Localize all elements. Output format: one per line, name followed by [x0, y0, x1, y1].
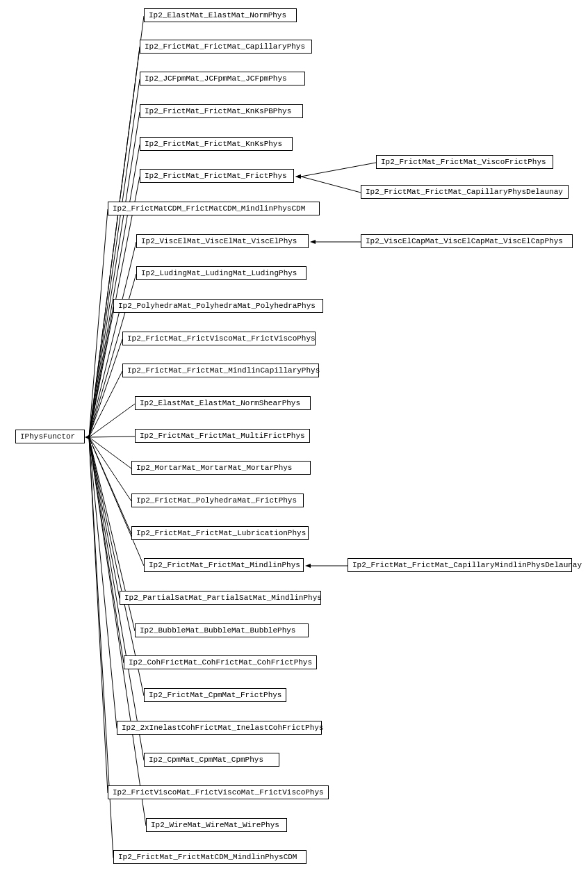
node-Ip2_WireMat_WireMat_WirePhys: Ip2_WireMat_WireMat_WirePhys — [146, 818, 287, 832]
svg-line-18 — [89, 437, 120, 598]
node-Ip2_FrictMat_FrictMat_FrictPhys: Ip2_FrictMat_FrictMat_FrictPhys — [140, 169, 294, 183]
svg-line-10 — [89, 339, 122, 437]
svg-line-24 — [89, 437, 108, 793]
node-Ip2_FrictMat_FrictMat_ViscoFrictPhys: Ip2_FrictMat_FrictMat_ViscoFrictPhys — [376, 155, 553, 169]
svg-line-22 — [89, 437, 117, 728]
svg-line-1 — [89, 47, 140, 437]
node-Ip2_CohFrictMat_CohFrictMat_CohFrictPhys: Ip2_CohFrictMat_CohFrictMat_CohFrictPhys — [124, 655, 317, 669]
svg-line-14 — [89, 437, 131, 468]
svg-line-30 — [301, 177, 361, 193]
svg-line-16 — [89, 437, 131, 534]
node-Ip2_FrictMat_FrictMatCDM_MindlinPhysCDM: Ip2_FrictMat_FrictMatCDM_MindlinPhysCDM — [113, 850, 307, 864]
node-Ip2_PartialSatMat_PartialSatMat_MindlinPhys: Ip2_PartialSatMat_PartialSatMat_MindlinP… — [120, 591, 321, 605]
node-Ip2_FrictMat_FrictMat_CapillaryPhys: Ip2_FrictMat_FrictMat_CapillaryPhys — [140, 40, 312, 54]
node-Ip2_FrictMat_FrictMat_MindlinPhys: Ip2_FrictMat_FrictMat_MindlinPhys — [144, 558, 304, 572]
svg-line-9 — [89, 307, 113, 437]
svg-marker-33 — [310, 240, 316, 244]
svg-line-15 — [89, 437, 131, 501]
node-Ip2_2xInelastCohFrictMat_InelastCohFrictPhys: Ip2_2xInelastCohFrictMat_InelastCohFrict… — [117, 721, 322, 735]
diagram-container: IPhysFunctorIp2_ElastMat_ElastMat_NormPh… — [0, 0, 588, 873]
svg-line-6 — [89, 209, 108, 437]
node-Ip2_LudingMat_LudingMat_LudingPhys: Ip2_LudingMat_LudingMat_LudingPhys — [136, 266, 307, 280]
node-Ip2_MortarMat_MortarMat_MortarPhys: Ip2_MortarMat_MortarMat_MortarPhys — [131, 461, 311, 475]
svg-marker-27 — [85, 434, 90, 440]
node-Ip2_FrictMat_CpmMat_FrictPhys: Ip2_FrictMat_CpmMat_FrictPhys — [144, 688, 286, 702]
node-Ip2_ElastMat_ElastMat_NormPhys: Ip2_ElastMat_ElastMat_NormPhys — [144, 8, 297, 22]
node-Ip2_FrictMat_FrictMat_KnKsPhys: Ip2_FrictMat_FrictMat_KnKsPhys — [140, 137, 293, 151]
node-Ip2_FrictMat_FrictViscoMat_FrictViscoPhys: Ip2_FrictMat_FrictViscoMat_FrictViscoPhy… — [122, 332, 316, 345]
node-Ip2_JCFpmMat_JCFpmMat_JCFpmPhys: Ip2_JCFpmMat_JCFpmMat_JCFpmPhys — [140, 72, 305, 85]
node-Ip2_BubbleMat_BubbleMat_BubblePhys: Ip2_BubbleMat_BubbleMat_BubblePhys — [135, 623, 309, 637]
svg-line-2 — [89, 79, 140, 437]
node-Ip2_FrictMatCDM_FrictMatCDM_MindlinPhysCDM: Ip2_FrictMatCDM_FrictMatCDM_MindlinPhysC… — [108, 202, 320, 215]
svg-marker-31 — [295, 174, 301, 179]
svg-line-13 — [89, 436, 135, 437]
node-Ip2_FrictMat_FrictMat_MultiFrictPhys: Ip2_FrictMat_FrictMat_MultiFrictPhys — [135, 429, 310, 443]
svg-marker-35 — [305, 564, 311, 568]
svg-line-28 — [301, 163, 376, 177]
node-Ip2_CpmMat_CpmMat_CpmPhys: Ip2_CpmMat_CpmMat_CpmPhys — [144, 753, 279, 767]
svg-line-4 — [89, 145, 140, 437]
node-Ip2_FrictMat_FrictMat_CapillaryPhysDelaunay: Ip2_FrictMat_FrictMat_CapillaryPhysDelau… — [361, 185, 569, 199]
node-Ip2_FrictMat_FrictMat_MindlinCapillaryPhys: Ip2_FrictMat_FrictMat_MindlinCapillaryPh… — [122, 364, 319, 377]
svg-line-20 — [89, 437, 124, 663]
node-IPhysFunctor: IPhysFunctor — [15, 430, 85, 443]
svg-line-11 — [89, 371, 122, 437]
svg-line-3 — [89, 112, 140, 437]
svg-line-12 — [89, 404, 135, 437]
node-Ip2_ViscElCapMat_ViscElCapMat_ViscElCapPhys: Ip2_ViscElCapMat_ViscElCapMat_ViscElCapP… — [361, 234, 573, 248]
node-Ip2_FrictMat_PolyhedraMat_FrictPhys: Ip2_FrictMat_PolyhedraMat_FrictPhys — [131, 493, 304, 507]
node-Ip2_ElastMat_ElastMat_NormShearPhys: Ip2_ElastMat_ElastMat_NormShearPhys — [135, 396, 311, 410]
node-Ip2_PolyhedraMat_PolyhedraMat_PolyhedraPhys: Ip2_PolyhedraMat_PolyhedraMat_PolyhedraP… — [113, 299, 323, 313]
node-Ip2_FrictViscoMat_FrictViscoMat_FrictViscoPhys: Ip2_FrictViscoMat_FrictViscoMat_FrictVis… — [108, 785, 329, 799]
node-Ip2_ViscElMat_ViscElMat_ViscElPhys: Ip2_ViscElMat_ViscElMat_ViscElPhys — [136, 234, 309, 248]
svg-marker-29 — [295, 174, 301, 179]
node-Ip2_FrictMat_FrictMat_CapillaryMindlinPhysDelaunay: Ip2_FrictMat_FrictMat_CapillaryMindlinPh… — [348, 558, 572, 572]
node-Ip2_FrictMat_FrictMat_LubricationPhys: Ip2_FrictMat_FrictMat_LubricationPhys — [131, 526, 309, 540]
node-Ip2_FrictMat_FrictMat_KnKsPBPhys: Ip2_FrictMat_FrictMat_KnKsPBPhys — [140, 104, 303, 118]
